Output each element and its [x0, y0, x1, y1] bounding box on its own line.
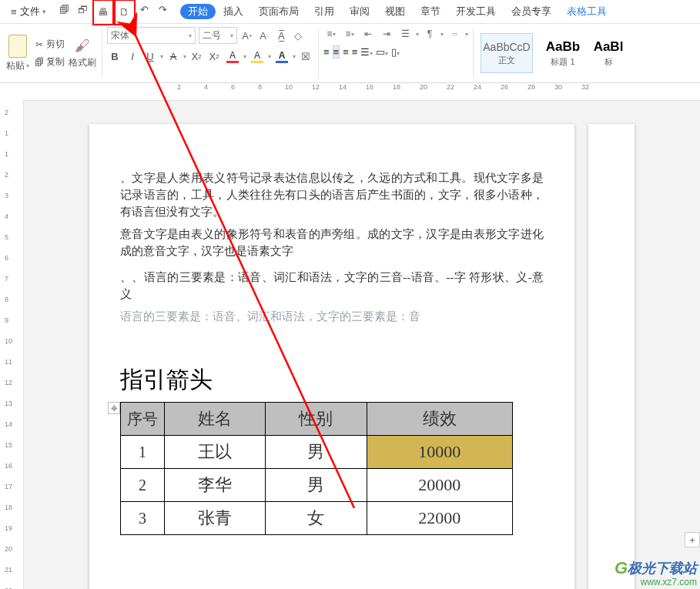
th-gender[interactable]: 性别: [266, 403, 367, 436]
para-1[interactable]: 、文字是人类用表义符号记录表达信息以传之，久远的方式和工具。现代文字多是记录语言…: [120, 170, 544, 220]
ruler-mark: 22: [447, 83, 454, 91]
line-spacing-button[interactable]: ☰▾: [360, 46, 373, 58]
bullets-button[interactable]: ≡▾: [323, 27, 339, 41]
print-preview-icon[interactable]: 🗗: [74, 0, 92, 22]
para-3[interactable]: 、、语言的三要素是：语音、词汇和语法，文字的三音--语音、--字 符形状、义-意…: [120, 269, 544, 303]
strike-button[interactable]: A: [166, 49, 181, 64]
para-gray[interactable]: 语言的三要素是：语音、词汇和语法，文字的三要素是：音: [120, 309, 544, 326]
cell-seq[interactable]: 1: [121, 436, 165, 469]
char-border-button[interactable]: ☒: [298, 49, 313, 64]
redo-icon[interactable]: ↷: [154, 0, 172, 22]
underline-button[interactable]: U: [142, 49, 158, 64]
scissors-icon: ✂: [34, 39, 45, 50]
highlight-button[interactable]: A: [224, 50, 241, 63]
tab-page-layout[interactable]: 页面布局: [251, 0, 306, 23]
style-heading2[interactable]: AaBl 标: [593, 34, 624, 72]
file-menu[interactable]: ≡ 文件 ▾: [6, 0, 51, 23]
increase-indent-button[interactable]: ⇥: [379, 27, 394, 41]
th-seq[interactable]: 序号: [121, 403, 165, 436]
body-text[interactable]: 、文字是人类用表义符号记录表达信息以传之，久远的方式和工具。现代文字多是记录语言…: [120, 170, 544, 326]
ruler-mark: 10: [285, 83, 293, 91]
chevron-down-icon: ▾: [42, 8, 46, 15]
document-table[interactable]: 序号 姓名 性别 绩效 1王以男100002李华男200003张青女22000: [120, 402, 513, 535]
ruler-mark: 11: [5, 358, 12, 366]
ruler-mark: 6: [231, 83, 235, 91]
print-icon[interactable]: 🖶: [92, 0, 114, 25]
th-name[interactable]: 姓名: [164, 403, 265, 436]
ruler-mark: 16: [366, 83, 373, 91]
borders-button[interactable]: ▯▾: [391, 46, 400, 58]
tab-table-tools[interactable]: 表格工具: [559, 0, 615, 23]
clear-format-button[interactable]: ◇: [291, 28, 305, 43]
numbering-button[interactable]: ≡▾: [342, 27, 357, 41]
ruler-mark: 8: [5, 296, 8, 303]
paste-button[interactable]: 粘贴▾: [5, 35, 31, 72]
shading-button[interactable]: ▭▾: [376, 46, 388, 58]
ruler-mark: 18: [393, 83, 400, 91]
cell-gender[interactable]: 男: [266, 436, 367, 469]
tab-review[interactable]: 审阅: [342, 0, 377, 23]
ruler-mark: 18: [5, 504, 12, 511]
tab-insert[interactable]: 插入: [216, 0, 251, 23]
font-size-select[interactable]: 二号 ▾: [199, 27, 237, 44]
th-score[interactable]: 绩效: [367, 403, 512, 436]
grow-font-button[interactable]: A+: [240, 28, 254, 43]
cell-score[interactable]: 20000: [367, 469, 512, 502]
text-fill-button[interactable]: A: [249, 50, 266, 63]
style-heading1-label: 标题 1: [551, 56, 574, 68]
tab-developer[interactable]: 开发工具: [448, 0, 504, 23]
cell-gender[interactable]: 男: [266, 469, 367, 502]
copy-button[interactable]: 🗐复制: [34, 55, 65, 69]
cell-name[interactable]: 张青: [164, 502, 265, 535]
cell-score[interactable]: 10000: [367, 436, 512, 469]
change-case-button[interactable]: A̲̅: [274, 28, 288, 43]
para-2[interactable]: 意音文字是由表义的象形符号和表音的声旁组。成的文字，汉字是由表形文字进化成的意音…: [120, 226, 544, 260]
table-row[interactable]: 2李华男20000: [121, 469, 513, 502]
tab-chapter[interactable]: 章节: [413, 0, 448, 23]
watermark-logo: G 极光下载站: [615, 558, 697, 578]
tab-member[interactable]: 会员专享: [504, 0, 559, 23]
undo-icon[interactable]: ↶: [136, 0, 154, 22]
ruler-mark: 14: [339, 83, 347, 91]
font-name-select[interactable]: 宋体 ▾: [107, 27, 196, 44]
cell-name[interactable]: 李华: [164, 469, 265, 502]
format-painter-button[interactable]: 🖌 格式刷: [68, 37, 97, 69]
quick-print-icon[interactable]: 🗋: [114, 0, 136, 25]
decrease-indent-button[interactable]: ⇤: [360, 27, 376, 41]
show-marks-button[interactable]: ¶: [422, 27, 437, 41]
tab-references[interactable]: 引用: [306, 0, 342, 23]
table-row[interactable]: 1王以男10000: [121, 436, 513, 469]
cell-gender[interactable]: 女: [266, 502, 367, 535]
align-justify-button[interactable]: ≡: [352, 46, 358, 58]
align-left-button[interactable]: ≡: [323, 46, 330, 58]
tab-stops-button[interactable]: ⎓: [447, 27, 462, 41]
heading-arrow[interactable]: 指引箭头: [120, 364, 544, 396]
ruler-horizontal[interactable]: 2468101214161820222426283032: [23, 83, 700, 101]
align-right-button[interactable]: ≡: [343, 46, 349, 58]
shrink-font-button[interactable]: A-: [257, 28, 271, 43]
font-color-button[interactable]: A: [273, 50, 290, 63]
cut-button[interactable]: ✂剪切: [34, 38, 65, 51]
subscript-button[interactable]: X2: [206, 49, 222, 64]
format-painter-label: 格式刷: [69, 56, 96, 69]
tab-start[interactable]: 开始: [180, 4, 216, 19]
bold-button[interactable]: B: [107, 49, 122, 64]
cell-name[interactable]: 王以: [164, 436, 265, 469]
ruler-mark: 20: [420, 83, 427, 91]
cell-score[interactable]: 22000: [367, 502, 512, 535]
sort-button[interactable]: ☰: [397, 27, 413, 41]
table-anchor-icon[interactable]: ✥: [108, 402, 120, 414]
ruler-mark: 2: [177, 83, 181, 91]
align-center-button[interactable]: ≡: [333, 45, 340, 59]
italic-button[interactable]: I: [125, 49, 140, 64]
table-row[interactable]: 3张青女22000: [121, 502, 513, 535]
cell-seq[interactable]: 3: [121, 502, 165, 535]
superscript-button[interactable]: X2: [189, 49, 204, 64]
cell-seq[interactable]: 2: [121, 469, 165, 502]
style-heading1[interactable]: AaBb 标题 1: [538, 34, 588, 72]
save-icon[interactable]: 🗐: [55, 0, 74, 22]
tab-view[interactable]: 视图: [377, 0, 413, 23]
ruler-vertical[interactable]: 2112345678910111213141516171819202122: [0, 101, 24, 589]
style-normal[interactable]: AaBbCcD 正文: [481, 33, 533, 73]
split-handle[interactable]: +: [685, 532, 700, 547]
